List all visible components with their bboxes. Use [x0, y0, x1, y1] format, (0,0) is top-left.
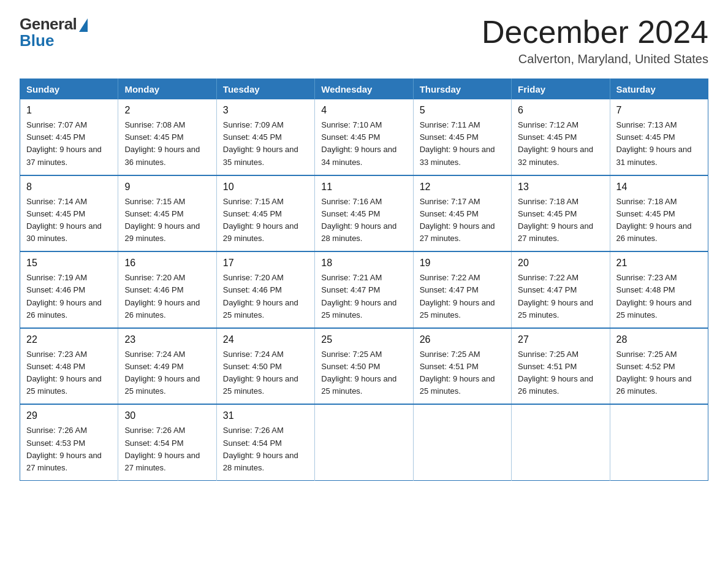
calendar-day-cell: 10Sunrise: 7:15 AMSunset: 4:45 PMDayligh…: [216, 175, 314, 252]
calendar-day-cell: [512, 404, 610, 480]
day-number: 26: [420, 332, 505, 347]
calendar-week-row: 8Sunrise: 7:14 AMSunset: 4:45 PMDaylight…: [20, 175, 708, 252]
day-number: 5: [420, 103, 505, 118]
day-number: 21: [616, 256, 702, 270]
day-number: 14: [616, 180, 702, 194]
weekday-header-sunday: Sunday: [20, 79, 118, 100]
month-title: December 2024: [482, 15, 708, 50]
day-number: 12: [420, 180, 505, 194]
logo: General Blue: [20, 15, 88, 50]
day-info: Sunrise: 7:20 AMSunset: 4:46 PMDaylight:…: [223, 273, 298, 319]
day-info: Sunrise: 7:08 AMSunset: 4:45 PMDaylight:…: [124, 120, 200, 166]
day-number: 11: [321, 180, 406, 194]
day-info: Sunrise: 7:25 AMSunset: 4:51 PMDaylight:…: [518, 350, 593, 396]
day-info: Sunrise: 7:25 AMSunset: 4:52 PMDaylight:…: [616, 350, 692, 396]
day-info: Sunrise: 7:12 AMSunset: 4:45 PMDaylight:…: [518, 120, 593, 166]
calendar-day-cell: 29Sunrise: 7:26 AMSunset: 4:53 PMDayligh…: [20, 404, 118, 480]
day-info: Sunrise: 7:10 AMSunset: 4:45 PMDaylight:…: [321, 120, 396, 166]
day-info: Sunrise: 7:19 AMSunset: 4:46 PMDaylight:…: [26, 273, 102, 319]
day-number: 24: [223, 332, 308, 347]
calendar-day-cell: 15Sunrise: 7:19 AMSunset: 4:46 PMDayligh…: [20, 251, 118, 328]
day-info: Sunrise: 7:24 AMSunset: 4:49 PMDaylight:…: [124, 350, 200, 396]
day-number: 18: [321, 256, 406, 270]
day-number: 27: [518, 332, 603, 347]
calendar-day-cell: 26Sunrise: 7:25 AMSunset: 4:51 PMDayligh…: [413, 328, 511, 405]
calendar-day-cell: 31Sunrise: 7:26 AMSunset: 4:54 PMDayligh…: [216, 404, 314, 480]
day-info: Sunrise: 7:16 AMSunset: 4:45 PMDaylight:…: [321, 197, 396, 243]
calendar-day-cell: 12Sunrise: 7:17 AMSunset: 4:45 PMDayligh…: [413, 175, 511, 252]
calendar-day-cell: 19Sunrise: 7:22 AMSunset: 4:47 PMDayligh…: [413, 251, 511, 328]
day-info: Sunrise: 7:09 AMSunset: 4:45 PMDaylight:…: [223, 120, 298, 166]
day-number: 3: [223, 103, 308, 118]
day-info: Sunrise: 7:20 AMSunset: 4:46 PMDaylight:…: [124, 273, 200, 319]
day-number: 25: [321, 332, 406, 347]
logo-triangle-icon: [79, 18, 88, 32]
calendar-day-cell: 27Sunrise: 7:25 AMSunset: 4:51 PMDayligh…: [512, 328, 610, 405]
day-info: Sunrise: 7:23 AMSunset: 4:48 PMDaylight:…: [26, 350, 102, 396]
page-header: General Blue December 2024 Calverton, Ma…: [20, 15, 708, 66]
weekday-header-row: SundayMondayTuesdayWednesdayThursdayFrid…: [20, 79, 708, 100]
day-number: 1: [26, 103, 112, 118]
calendar-day-cell: 8Sunrise: 7:14 AMSunset: 4:45 PMDaylight…: [20, 175, 118, 252]
day-info: Sunrise: 7:23 AMSunset: 4:48 PMDaylight:…: [616, 273, 692, 319]
calendar-day-cell: [315, 404, 413, 480]
calendar-week-row: 22Sunrise: 7:23 AMSunset: 4:48 PMDayligh…: [20, 328, 708, 405]
calendar-day-cell: 2Sunrise: 7:08 AMSunset: 4:45 PMDaylight…: [118, 99, 216, 175]
weekday-header-monday: Monday: [118, 79, 216, 100]
day-number: 29: [26, 408, 112, 423]
calendar-day-cell: 11Sunrise: 7:16 AMSunset: 4:45 PMDayligh…: [315, 175, 413, 252]
day-number: 30: [124, 408, 210, 423]
day-number: 13: [518, 180, 603, 194]
calendar-day-cell: 14Sunrise: 7:18 AMSunset: 4:45 PMDayligh…: [610, 175, 708, 252]
calendar-day-cell: 4Sunrise: 7:10 AMSunset: 4:45 PMDaylight…: [315, 99, 413, 175]
calendar-day-cell: 25Sunrise: 7:25 AMSunset: 4:50 PMDayligh…: [315, 328, 413, 405]
day-number: 22: [26, 332, 112, 347]
weekday-header-saturday: Saturday: [610, 79, 708, 100]
calendar-day-cell: 23Sunrise: 7:24 AMSunset: 4:49 PMDayligh…: [118, 328, 216, 405]
weekday-header-thursday: Thursday: [413, 79, 511, 100]
calendar-week-row: 1Sunrise: 7:07 AMSunset: 4:45 PMDaylight…: [20, 99, 708, 175]
day-info: Sunrise: 7:15 AMSunset: 4:45 PMDaylight:…: [124, 197, 200, 243]
calendar-week-row: 29Sunrise: 7:26 AMSunset: 4:53 PMDayligh…: [20, 404, 708, 480]
weekday-header-tuesday: Tuesday: [216, 79, 314, 100]
weekday-header-wednesday: Wednesday: [315, 79, 413, 100]
day-info: Sunrise: 7:25 AMSunset: 4:50 PMDaylight:…: [321, 350, 396, 396]
day-info: Sunrise: 7:18 AMSunset: 4:45 PMDaylight:…: [616, 197, 692, 243]
calendar-day-cell: 1Sunrise: 7:07 AMSunset: 4:45 PMDaylight…: [20, 99, 118, 175]
calendar-table: SundayMondayTuesdayWednesdayThursdayFrid…: [20, 79, 708, 481]
calendar-day-cell: 9Sunrise: 7:15 AMSunset: 4:45 PMDaylight…: [118, 175, 216, 252]
calendar-day-cell: 24Sunrise: 7:24 AMSunset: 4:50 PMDayligh…: [216, 328, 314, 405]
day-number: 9: [124, 180, 210, 194]
day-number: 4: [321, 103, 406, 118]
day-number: 10: [223, 180, 308, 194]
title-area: December 2024 Calverton, Maryland, Unite…: [482, 15, 708, 66]
location-title: Calverton, Maryland, United States: [482, 52, 708, 66]
day-info: Sunrise: 7:25 AMSunset: 4:51 PMDaylight:…: [420, 350, 495, 396]
day-number: 8: [26, 180, 112, 194]
day-number: 17: [223, 256, 308, 270]
calendar-day-cell: 3Sunrise: 7:09 AMSunset: 4:45 PMDaylight…: [216, 99, 314, 175]
calendar-day-cell: 20Sunrise: 7:22 AMSunset: 4:47 PMDayligh…: [512, 251, 610, 328]
calendar-day-cell: 30Sunrise: 7:26 AMSunset: 4:54 PMDayligh…: [118, 404, 216, 480]
day-number: 19: [420, 256, 505, 270]
day-info: Sunrise: 7:07 AMSunset: 4:45 PMDaylight:…: [26, 120, 102, 166]
day-number: 28: [616, 332, 702, 347]
weekday-header-friday: Friday: [512, 79, 610, 100]
day-number: 6: [518, 103, 603, 118]
day-info: Sunrise: 7:13 AMSunset: 4:45 PMDaylight:…: [616, 120, 692, 166]
calendar-day-cell: 18Sunrise: 7:21 AMSunset: 4:47 PMDayligh…: [315, 251, 413, 328]
day-info: Sunrise: 7:22 AMSunset: 4:47 PMDaylight:…: [518, 273, 593, 319]
calendar-day-cell: 13Sunrise: 7:18 AMSunset: 4:45 PMDayligh…: [512, 175, 610, 252]
day-info: Sunrise: 7:22 AMSunset: 4:47 PMDaylight:…: [420, 273, 495, 319]
day-number: 31: [223, 408, 308, 423]
day-number: 15: [26, 256, 112, 270]
day-info: Sunrise: 7:26 AMSunset: 4:53 PMDaylight:…: [26, 426, 102, 472]
day-info: Sunrise: 7:14 AMSunset: 4:45 PMDaylight:…: [26, 197, 102, 243]
calendar-day-cell: [413, 404, 511, 480]
day-number: 20: [518, 256, 603, 270]
calendar-day-cell: 28Sunrise: 7:25 AMSunset: 4:52 PMDayligh…: [610, 328, 708, 405]
day-info: Sunrise: 7:24 AMSunset: 4:50 PMDaylight:…: [223, 350, 298, 396]
calendar-day-cell: 17Sunrise: 7:20 AMSunset: 4:46 PMDayligh…: [216, 251, 314, 328]
calendar-day-cell: 7Sunrise: 7:13 AMSunset: 4:45 PMDaylight…: [610, 99, 708, 175]
calendar-day-cell: 21Sunrise: 7:23 AMSunset: 4:48 PMDayligh…: [610, 251, 708, 328]
